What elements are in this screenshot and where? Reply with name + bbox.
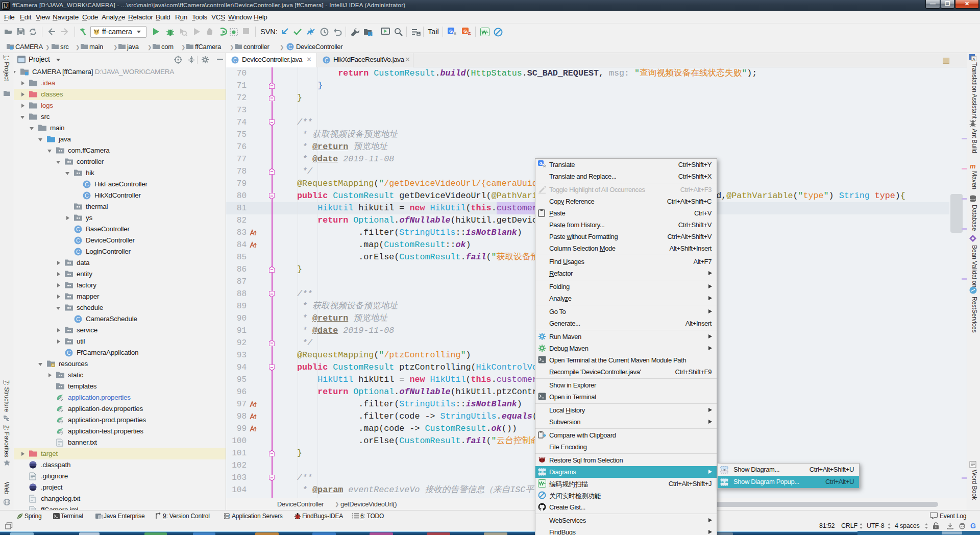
svg-text:C: C [233,58,237,63]
svg-text:C: C [76,226,80,232]
svg-text:IJ: IJ [4,3,8,9]
svg-text:G: G [463,29,467,34]
svg-text:C: C [85,192,89,199]
svg-text:C: C [288,44,292,50]
svg-text:A: A [972,57,975,62]
svg-text:G: G [449,29,453,34]
svg-text:G: G [539,161,542,166]
svg-text:C: C [76,249,80,255]
svg-text:C: C [76,237,80,244]
svg-text:C: C [67,350,71,356]
svg-text:C: C [85,181,89,187]
svg-text:C: C [76,316,80,322]
svg-text:C: C [325,58,328,63]
